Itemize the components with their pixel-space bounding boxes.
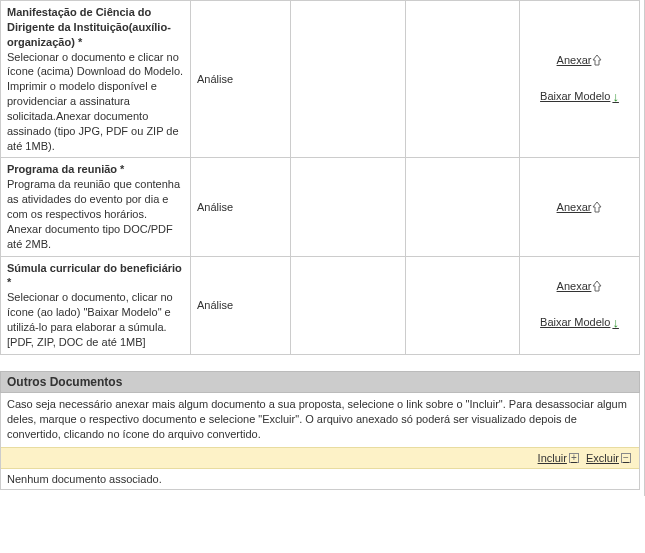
anexar-link[interactable]: Anexar	[557, 53, 603, 68]
baixar-modelo-link[interactable]: Baixar Modelo ↓	[540, 88, 619, 106]
doc-status: Análise	[191, 1, 291, 158]
plus-icon: +	[569, 453, 579, 463]
doc-desc: Selecionar o documento, clicar no ícone …	[7, 291, 173, 348]
anexar-link[interactable]: Anexar	[557, 279, 603, 294]
empty-cell	[405, 1, 520, 158]
doc-title: Súmula curricular do beneficiário *	[7, 262, 182, 289]
excluir-link[interactable]: Excluir −	[586, 452, 631, 464]
link-label: Anexar	[557, 53, 592, 68]
link-label: Baixar Modelo	[540, 89, 610, 104]
other-docs-header: Outros Documentos	[0, 371, 640, 393]
empty-cell	[405, 256, 520, 354]
other-docs-actions: Incluir + Excluir −	[1, 447, 639, 469]
link-label: Anexar	[557, 200, 592, 215]
doc-title: Manifestação de Ciência do Dirigente da …	[7, 6, 171, 48]
anexar-link[interactable]: Anexar	[557, 200, 603, 215]
download-icon: ↓	[612, 314, 619, 332]
baixar-modelo-link[interactable]: Baixar Modelo ↓	[540, 314, 619, 332]
other-docs-info: Caso seja necessário anexar mais algum d…	[1, 393, 639, 447]
doc-desc: Programa da reunião que contenha as ativ…	[7, 178, 180, 249]
upload-icon	[592, 201, 602, 213]
documents-table: Manifestação de Ciência do Dirigente da …	[0, 0, 640, 355]
minus-icon: −	[621, 453, 631, 463]
link-label: Incluir	[538, 452, 567, 464]
other-docs-empty: Nenhum documento associado.	[1, 469, 639, 489]
empty-cell	[291, 1, 406, 158]
table-row: Súmula curricular do beneficiário * Sele…	[1, 256, 640, 354]
incluir-link[interactable]: Incluir +	[538, 452, 579, 464]
empty-cell	[291, 256, 406, 354]
link-label: Baixar Modelo	[540, 315, 610, 330]
link-label: Excluir	[586, 452, 619, 464]
doc-status: Análise	[191, 158, 291, 256]
table-row: Programa da reunião * Programa da reuniã…	[1, 158, 640, 256]
doc-desc: Selecionar o documento e clicar no ícone…	[7, 51, 183, 152]
empty-cell	[291, 158, 406, 256]
upload-icon	[592, 54, 602, 66]
download-icon: ↓	[612, 88, 619, 106]
doc-title: Programa da reunião *	[7, 163, 124, 175]
table-row: Manifestação de Ciência do Dirigente da …	[1, 1, 640, 158]
link-label: Anexar	[557, 279, 592, 294]
other-docs-section: Caso seja necessário anexar mais algum d…	[0, 393, 640, 490]
empty-cell	[405, 158, 520, 256]
upload-icon	[592, 280, 602, 292]
doc-status: Análise	[191, 256, 291, 354]
